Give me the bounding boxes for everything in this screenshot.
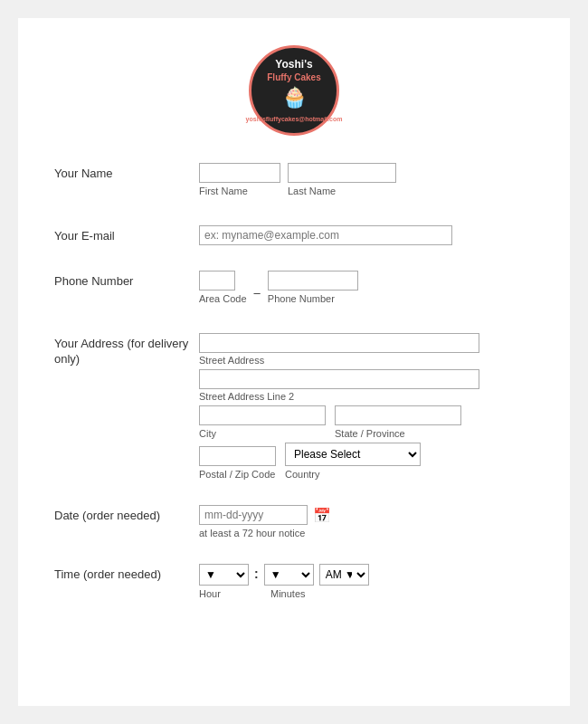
street-address2-label: Street Address Line 2 [199, 391, 534, 402]
phone-label: Phone Number [54, 271, 199, 290]
zip-label: Postal / Zip Code [199, 469, 276, 480]
your-name-row: Your Name First Name Last Name [54, 163, 534, 200]
zip-country-row: Postal / Zip Code Please Select United S… [199, 443, 534, 480]
email-input[interactable] [199, 225, 452, 245]
phone-row: Phone Number Area Code – Phone Number [54, 271, 534, 308]
ampm-select[interactable]: AM ▼ PM [319, 564, 369, 586]
country-select[interactable]: Please Select United States Canada Other [285, 443, 421, 466]
phone-dash: – [254, 286, 261, 304]
hour-select[interactable]: ▼ 1 2 3 4 5 6 7 8 9 10 11 12 [199, 564, 249, 586]
last-name-wrap: Last Name [288, 163, 396, 196]
zip-wrap: Postal / Zip Code [199, 446, 276, 480]
last-name-input[interactable] [288, 163, 396, 183]
time-labels: Hour Minutes [199, 588, 534, 599]
time-colon: : [254, 567, 259, 583]
state-input[interactable] [335, 405, 461, 425]
email-label: Your E-mail [54, 225, 199, 244]
cupcake-icon: 🧁 [282, 85, 307, 111]
country-label: Country [285, 469, 421, 480]
logo-name: Yoshi's [275, 58, 312, 72]
date-input[interactable] [199, 505, 308, 525]
logo-subtitle: Fluffy Cakes [267, 71, 320, 83]
state-wrap: State / Province [335, 405, 461, 439]
date-fields: 📅 at least a 72 hour notice [199, 505, 534, 538]
date-input-row: 📅 [199, 505, 534, 525]
address-fields: Street Address Street Address Line 2 Cit… [199, 333, 534, 480]
street-address-input[interactable] [199, 333, 479, 353]
street-address-row: Street Address [199, 333, 534, 366]
first-name-wrap: First Name [199, 163, 280, 196]
city-wrap: City [199, 405, 326, 439]
logo-area: Yoshi's Fluffy Cakes 🧁 yoshisfluffycakes… [54, 45, 534, 136]
page-wrapper: Yoshi's Fluffy Cakes 🧁 yoshisfluffycakes… [18, 18, 570, 706]
first-name-input[interactable] [199, 163, 280, 183]
address-row: Your Address (for delivery only) Street … [54, 333, 534, 480]
time-colon-space [254, 588, 265, 599]
phone-number-wrap: Phone Number [268, 271, 358, 304]
area-code-wrap: Area Code [199, 271, 247, 304]
logo-circle: Yoshi's Fluffy Cakes 🧁 yoshisfluffycakes… [249, 45, 339, 136]
date-hint: at least a 72 hour notice [199, 528, 534, 538]
city-label: City [199, 428, 326, 439]
street-address2-row: Street Address Line 2 [199, 369, 534, 402]
date-row: Date (order needed) 📅 at least a 72 hour… [54, 505, 534, 538]
address-label: Your Address (for delivery only) [54, 333, 199, 367]
minutes-select[interactable]: ▼ 00 15 30 45 [264, 564, 314, 586]
email-row: Your E-mail [54, 225, 534, 245]
state-label: State / Province [335, 428, 461, 439]
street-address-label: Street Address [199, 355, 534, 366]
country-wrap: Please Select United States Canada Other… [285, 443, 421, 480]
time-label: Time (order needed) [54, 564, 199, 583]
area-code-input[interactable] [199, 271, 235, 291]
city-input[interactable] [199, 405, 326, 425]
phone-number-input[interactable] [268, 271, 358, 291]
time-row: Time (order needed) ▼ 1 2 3 4 5 6 7 8 9 … [54, 564, 534, 599]
last-name-label: Last Name [288, 186, 396, 196]
calendar-icon[interactable]: 📅 [313, 507, 331, 524]
time-input-row: ▼ 1 2 3 4 5 6 7 8 9 10 11 12 : ▼ 0 [199, 564, 534, 586]
minutes-label: Minutes [270, 588, 320, 599]
phone-field-group: Area Code – Phone Number [199, 271, 534, 304]
date-label: Date (order needed) [54, 505, 199, 524]
first-name-label: First Name [199, 186, 280, 196]
hour-label: Hour [199, 588, 249, 599]
name-fields: First Name Last Name [199, 163, 534, 200]
time-fields: ▼ 1 2 3 4 5 6 7 8 9 10 11 12 : ▼ 0 [199, 564, 534, 599]
email-fields [199, 225, 534, 245]
phone-number-label: Phone Number [268, 293, 358, 304]
city-state-row: City State / Province [199, 405, 534, 439]
your-name-label: Your Name [54, 163, 199, 182]
street-address2-input[interactable] [199, 369, 479, 389]
zip-input[interactable] [199, 446, 276, 466]
phone-fields: Area Code – Phone Number [199, 271, 534, 308]
name-field-group: First Name Last Name [199, 163, 534, 196]
area-code-label: Area Code [199, 293, 247, 304]
logo-email: yoshisfluffycakes@hotmail.com [246, 115, 343, 123]
